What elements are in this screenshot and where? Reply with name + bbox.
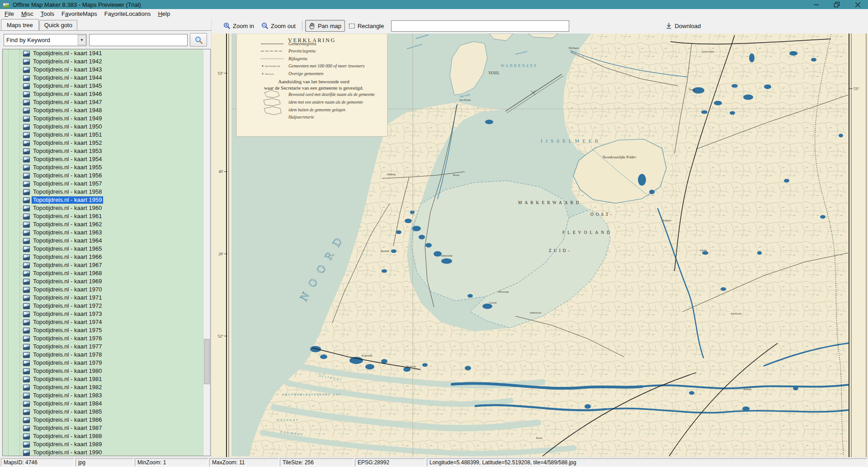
tree-item[interactable]: Topotijdreis.nl - kaart 1952 — [3, 139, 203, 147]
tree-item[interactable]: Topotijdreis.nl - kaart 1944 — [3, 74, 203, 82]
tree-item[interactable]: Topotijdreis.nl - kaart 1983 — [3, 391, 203, 400]
tree-scrollbar-thumb[interactable] — [204, 339, 210, 384]
tree-item-label: Topotijdreis.nl - kaart 1963 — [32, 229, 103, 236]
tree-item[interactable]: Topotijdreis.nl - kaart 1945 — [3, 82, 203, 90]
map-viewport[interactable]: 53° 40' 20' 52° 53° VERKLARING — [212, 33, 868, 457]
tree-item[interactable]: Topotijdreis.nl - kaart 1963 — [3, 229, 203, 237]
tree-item[interactable]: Topotijdreis.nl - kaart 1977 — [3, 343, 203, 351]
tree-item[interactable]: Topotijdreis.nl - kaart 1941 — [3, 49, 203, 57]
toolbar-input[interactable] — [391, 20, 569, 32]
tree-item[interactable]: Topotijdreis.nl - kaart 1951 — [3, 131, 203, 139]
tree-item[interactable]: Topotijdreis.nl - kaart 1978 — [3, 351, 203, 359]
tree-item[interactable]: Topotijdreis.nl - kaart 1980 — [3, 367, 203, 375]
map-layer-icon — [23, 254, 30, 260]
tree-connector — [19, 330, 23, 331]
tree-item[interactable]: Topotijdreis.nl - kaart 1988 — [3, 432, 203, 440]
tree-item[interactable]: Topotijdreis.nl - kaart 1974 — [3, 318, 203, 326]
menu-file[interactable]: File — [1, 10, 18, 18]
tree-item[interactable]: Topotijdreis.nl - kaart 1982 — [3, 383, 203, 391]
tree-item[interactable]: Topotijdreis.nl - kaart 1953 — [3, 147, 203, 155]
tree-item[interactable]: Topotijdreis.nl - kaart 1981 — [3, 375, 203, 383]
tree-item[interactable]: Topotijdreis.nl - kaart 1972 — [3, 302, 203, 310]
tree-item-label: Topotijdreis.nl - kaart 1953 — [32, 148, 103, 155]
zoom-in-button[interactable]: Zoom in — [220, 20, 258, 32]
menu-tools[interactable]: Tools — [37, 10, 58, 18]
tree-item[interactable]: Topotijdreis.nl - kaart 1960 — [3, 204, 203, 212]
tree-item[interactable]: Topotijdreis.nl - kaart 1976 — [3, 334, 203, 343]
map-layer-icon — [23, 181, 30, 187]
tree-item[interactable]: Topotijdreis.nl - kaart 1990 — [3, 448, 203, 456]
tree-item[interactable]: Topotijdreis.nl - kaart 1955 — [3, 163, 203, 172]
restore-button[interactable] — [826, 0, 847, 9]
tree-item-label: Topotijdreis.nl - kaart 1947 — [32, 99, 103, 106]
tree-item[interactable]: Topotijdreis.nl - kaart 1971 — [3, 294, 203, 302]
tree-item[interactable]: Topotijdreis.nl - kaart 1959 — [3, 196, 203, 204]
minimize-button[interactable] — [806, 0, 826, 9]
tree-item[interactable]: Topotijdreis.nl - kaart 1946 — [3, 90, 203, 98]
tree-item[interactable]: Topotijdreis.nl - kaart 1984 — [3, 400, 203, 408]
pan-map-button[interactable]: Pan map — [305, 20, 345, 32]
tree-item[interactable]: Topotijdreis.nl - kaart 1970 — [3, 286, 203, 294]
menu-misc[interactable]: Misc — [18, 10, 37, 18]
tree-item-label: Topotijdreis.nl - kaart 1979 — [32, 359, 103, 367]
tree-item[interactable]: Topotijdreis.nl - kaart 1986 — [3, 416, 203, 424]
tree-scrollbar[interactable] — [203, 49, 210, 456]
status-cell-1: jpg — [75, 458, 133, 466]
tree-item[interactable]: Topotijdreis.nl - kaart 1968 — [3, 269, 203, 277]
tree-item[interactable]: Topotijdreis.nl - kaart 1948 — [3, 106, 203, 114]
restore-icon — [834, 2, 840, 7]
tab-quick-goto[interactable]: Quick goto — [39, 20, 77, 30]
menu-help[interactable]: Help — [154, 10, 174, 18]
tab-maps-tree[interactable]: Maps tree — [1, 19, 39, 31]
tree-item-label: Topotijdreis.nl - kaart 1950 — [32, 123, 103, 130]
tree-connector — [19, 176, 23, 176]
menu-favoritelocations[interactable]: FavoriteLocations — [101, 10, 155, 18]
tree-item[interactable]: Topotijdreis.nl - kaart 1965 — [3, 245, 203, 253]
map-layer-icon — [23, 230, 30, 236]
download-button[interactable]: Download — [662, 20, 704, 32]
svg-text:Hilversum: Hilversum — [264, 73, 274, 75]
tree-item[interactable]: Topotijdreis.nl - kaart 1947 — [3, 98, 203, 106]
tree-item[interactable]: Topotijdreis.nl - kaart 1954 — [3, 155, 203, 163]
svg-text:Gemeenten met 100 000 of meer: Gemeenten met 100 000 of meer inwoners — [288, 63, 365, 68]
tree-item[interactable]: Topotijdreis.nl - kaart 1964 — [3, 237, 203, 245]
tree-item[interactable]: Topotijdreis.nl - kaart 1949 — [3, 114, 203, 123]
tree-item-label: Topotijdreis.nl - kaart 1974 — [32, 319, 103, 326]
tree-item[interactable]: Topotijdreis.nl - kaart 1987 — [3, 424, 203, 432]
tree-item[interactable]: Topotijdreis.nl - kaart 1966 — [3, 253, 203, 261]
tree-item[interactable]: Topotijdreis.nl - kaart 1961 — [3, 212, 203, 220]
tree-connector — [19, 200, 23, 200]
tree-item[interactable]: Topotijdreis.nl - kaart 1985 — [3, 408, 203, 416]
tree-item-label: Topotijdreis.nl - kaart 1941 — [32, 50, 103, 57]
tree-connector — [19, 86, 23, 86]
tree-item[interactable]: Topotijdreis.nl - kaart 1975 — [3, 326, 203, 334]
tree-item[interactable]: Topotijdreis.nl - kaart 1967 — [3, 261, 203, 269]
tree-item[interactable]: Topotijdreis.nl - kaart 1973 — [3, 310, 203, 318]
close-button[interactable] — [847, 0, 868, 9]
svg-text:idem met een andere naam als d: idem met een andere naam als de gemeente — [288, 100, 363, 105]
tree-item[interactable]: Topotijdreis.nl - kaart 1969 — [3, 277, 203, 286]
tree-item[interactable]: Topotijdreis.nl - kaart 1979 — [3, 359, 203, 367]
menu-favoritemaps[interactable]: FavoriteMaps — [58, 10, 101, 18]
tree-item[interactable]: Topotijdreis.nl - kaart 1958 — [3, 188, 203, 196]
tree-item[interactable]: Topotijdreis.nl - kaart 1942 — [3, 57, 203, 66]
waddenzee-label: WADDENZEE — [501, 64, 538, 68]
status-cell-5: EPSG:28992 — [355, 458, 425, 466]
map-image[interactable]: 53° 40' 20' 52° 53° VERKLARING — [212, 33, 868, 457]
svg-text:Hoorn: Hoorn — [453, 174, 459, 176]
tree-item[interactable]: Topotijdreis.nl - kaart 1950 — [3, 123, 203, 131]
chevron-down-icon[interactable]: ▼ — [78, 35, 86, 45]
map-layer-icon — [23, 393, 30, 399]
tree-item[interactable]: Topotijdreis.nl - kaart 1957 — [3, 180, 203, 188]
tree-item[interactable]: Topotijdreis.nl - kaart 1962 — [3, 220, 203, 229]
rectangle-button[interactable]: Rectangle — [345, 20, 388, 32]
tree-item[interactable]: Topotijdreis.nl - kaart 1943 — [3, 66, 203, 74]
tree-item[interactable]: Topotijdreis.nl - kaart 1989 — [3, 440, 203, 448]
map-layer-icon — [23, 376, 30, 382]
find-mode-dropdown[interactable]: Find by Keyword ▼ — [4, 34, 87, 46]
tree-item-label: Topotijdreis.nl - kaart 1952 — [32, 139, 103, 147]
search-input[interactable] — [89, 34, 188, 46]
search-button[interactable] — [190, 33, 207, 47]
tree-item[interactable]: Topotijdreis.nl - kaart 1956 — [3, 172, 203, 180]
zoom-out-button[interactable]: Zoom out — [258, 20, 299, 32]
